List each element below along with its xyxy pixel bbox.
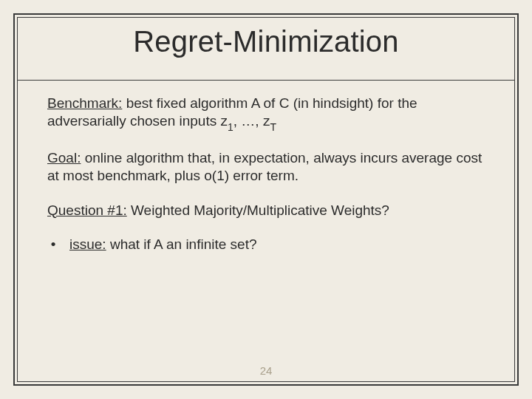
benchmark-text-mid: , …, z: [233, 113, 270, 129]
title-rule: [18, 80, 514, 81]
slide-body: Benchmark: best fixed algorithm A of C (…: [47, 95, 492, 253]
goal-text: online algorithm that, in expectation, a…: [47, 150, 482, 183]
bullet-item: • issue: what if A an infinite set?: [47, 236, 492, 253]
benchmark-paragraph: Benchmark: best fixed algorithm A of C (…: [47, 95, 492, 133]
question-text: Weighted Majority/Multiplicative Weights…: [127, 202, 389, 218]
goal-paragraph: Goal: online algorithm that, in expectat…: [47, 149, 492, 185]
bullet-text: issue: what if A an infinite set?: [69, 236, 257, 253]
slide: Regret-Minimization Benchmark: best fixe…: [0, 0, 532, 399]
slide-title: Regret-Minimization: [0, 25, 532, 58]
issue-label: issue:: [69, 236, 106, 252]
question-paragraph: Question #1: Weighted Majority/Multiplic…: [47, 202, 492, 219]
subscript-1: 1: [228, 121, 233, 133]
goal-label: Goal:: [47, 150, 81, 166]
bullet-dot-icon: •: [47, 237, 59, 251]
subscript-T: T: [270, 121, 276, 133]
benchmark-label: Benchmark:: [47, 95, 122, 111]
page-number: 24: [0, 364, 532, 377]
question-label: Question #1:: [47, 202, 127, 218]
issue-text: what if A an infinite set?: [106, 236, 257, 252]
